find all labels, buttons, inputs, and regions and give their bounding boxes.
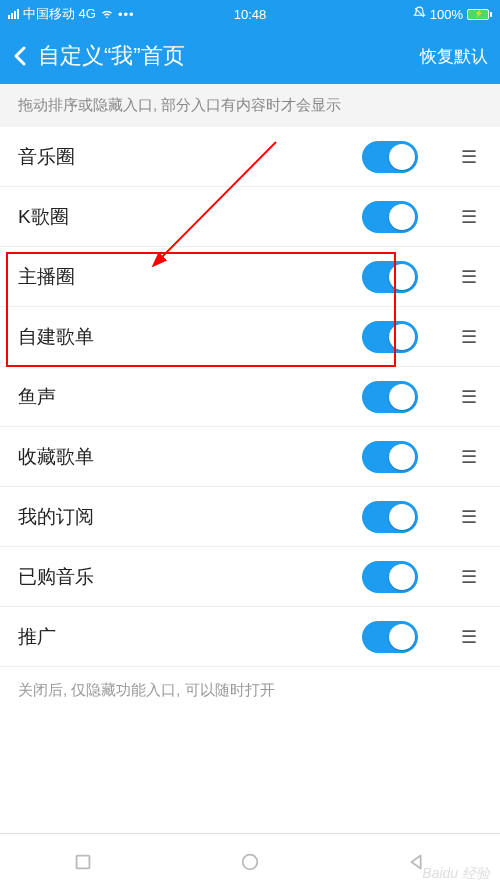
more-dots-icon: ••• [118,7,135,22]
restore-default-button[interactable]: 恢复默认 [420,45,488,68]
mute-icon [413,6,426,22]
nav-bar: 自定义“我”首页 恢复默认 [0,28,500,84]
item-label: 收藏歌单 [18,444,362,470]
toggle-yusheng[interactable] [362,381,418,413]
settings-list: 音乐圈 ☰ K歌圈 ☰ 主播圈 ☰ 自建歌单 ☰ 鱼声 ☰ 收藏歌单 ☰ 我的订… [0,127,500,667]
signal-icon [8,9,19,19]
drag-handle-icon[interactable]: ☰ [456,452,482,462]
drag-handle-icon[interactable]: ☰ [456,212,482,222]
nav-recent-button[interactable] [0,834,167,889]
toggle-custom-playlist[interactable] [362,321,418,353]
toggle-promotion[interactable] [362,621,418,653]
toggle-ksong-circle[interactable] [362,201,418,233]
item-label: 主播圈 [18,264,362,290]
item-label: 已购音乐 [18,564,362,590]
battery-icon [467,9,492,20]
list-item: 主播圈 ☰ [0,247,500,307]
svg-point-3 [243,854,258,869]
back-button[interactable] [12,44,32,68]
drag-handle-icon[interactable]: ☰ [456,512,482,522]
toggle-anchor-circle[interactable] [362,261,418,293]
nav-home-button[interactable] [167,834,334,889]
list-item: 已购音乐 ☰ [0,547,500,607]
toggle-purchased-music[interactable] [362,561,418,593]
item-label: 自建歌单 [18,324,362,350]
nav-back-button[interactable] [333,834,500,889]
hint-bottom: 关闭后, 仅隐藏功能入口, 可以随时打开 [0,667,500,714]
item-label: 推广 [18,624,362,650]
system-nav-bar [0,833,500,889]
wifi-icon [100,6,114,23]
status-time: 10:48 [234,7,267,22]
toggle-my-subscription[interactable] [362,501,418,533]
item-label: 音乐圈 [18,144,362,170]
drag-handle-icon[interactable]: ☰ [456,632,482,642]
toggle-music-circle[interactable] [362,141,418,173]
status-right: 100% [266,6,492,22]
status-bar: 中国移动 4G ••• 10:48 100% [0,0,500,28]
item-label: K歌圈 [18,204,362,230]
drag-handle-icon[interactable]: ☰ [456,272,482,282]
list-item: K歌圈 ☰ [0,187,500,247]
drag-handle-icon[interactable]: ☰ [456,572,482,582]
list-item: 自建歌单 ☰ [0,307,500,367]
drag-handle-icon[interactable]: ☰ [456,392,482,402]
list-item: 我的订阅 ☰ [0,487,500,547]
toggle-favorite-playlist[interactable] [362,441,418,473]
carrier-label: 中国移动 4G [23,5,96,23]
list-item: 鱼声 ☰ [0,367,500,427]
list-item: 收藏歌单 ☰ [0,427,500,487]
battery-percent: 100% [430,7,463,22]
page-title: 自定义“我”首页 [38,41,420,71]
svg-rect-2 [77,855,90,868]
list-item: 音乐圈 ☰ [0,127,500,187]
drag-handle-icon[interactable]: ☰ [456,152,482,162]
item-label: 我的订阅 [18,504,362,530]
status-left: 中国移动 4G ••• [8,5,234,23]
list-item: 推广 ☰ [0,607,500,667]
item-label: 鱼声 [18,384,362,410]
hint-top: 拖动排序或隐藏入口, 部分入口有内容时才会显示 [0,84,500,127]
drag-handle-icon[interactable]: ☰ [456,332,482,342]
svg-marker-4 [411,855,420,868]
